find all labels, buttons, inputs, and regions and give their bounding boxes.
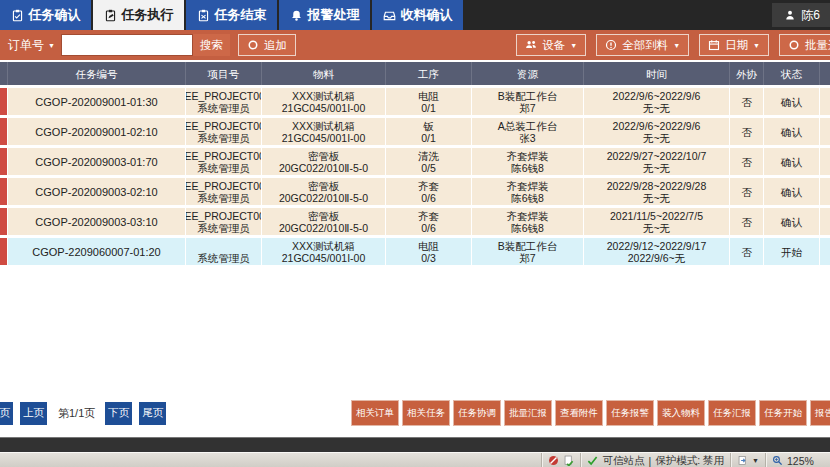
prev-page-button[interactable]: 上页 [20,402,47,425]
cell-text: 郑7 [519,102,535,114]
cell-text: B装配工作台 [498,240,558,252]
cell-text: 清洗 [418,150,439,162]
tab-receive-confirm[interactable]: 收料确认 [372,0,463,30]
search-input[interactable] [61,34,193,56]
cell-project: QEE_PROJECT001系统管理员 [186,178,262,205]
cell-text: 2022/9/28~2022/9/28 [607,180,707,192]
tab-alarm-handle[interactable]: 报警处理 [279,0,370,30]
table-row[interactable]: CGOP-202009001-02:10QEE_PROJECT001系统管理员X… [0,118,830,145]
cell-text: CGOP-2209060007-01:20 [32,246,160,258]
row-marker [0,178,8,205]
footer-dark-strip [0,437,830,453]
action-button-1[interactable]: 相关任务 [402,400,450,426]
table-row[interactable]: CGOP-202009003-03:10QEE_PROJECT001系统管理员密… [0,208,830,235]
browser-status-bar: 可信站点 | 保护模式: 禁用 ▼ 125% [0,452,830,467]
cell-status: 确认 [764,178,820,205]
cell-text: 2022/9/6~2022/9/6 [613,120,701,132]
circle-icon [247,39,259,51]
cell-project: QEE_PROJECT001系统管理员 [186,118,262,145]
action-button-8[interactable]: 任务开始 [759,400,807,426]
tab-task-execute[interactable]: 任务执行 [93,0,184,30]
cell-status: 开始 [764,238,820,265]
page-arrow-icon [737,455,748,466]
cell-text: 确认 [781,186,802,198]
cell-text: 无~无 [643,162,670,174]
action-button-9[interactable]: 报告填写 [810,400,830,426]
material-filter-button[interactable]: 全部到料 ▼ [596,34,689,56]
cell-task-no: CGOP-202009003-01:70 [8,148,186,175]
header-cell: 资源 [472,62,584,85]
table-row[interactable]: CGOP-202009003-02:10QEE_PROJECT001系统管理员密… [0,178,830,205]
cell-text: 无~无 [643,222,670,234]
protected-mode-label: 保护模式: 禁用 [655,454,724,467]
table-row[interactable]: CGOP-2209060007-01:20 系统管理员XXX测试机箱21GC04… [0,238,830,265]
cell-trailing [820,148,830,175]
search-field-selector[interactable]: 订单号 ▼ [0,37,61,54]
action-button-7[interactable]: 任务汇报 [708,400,756,426]
date-filter-button[interactable]: 日期 ▼ [699,34,769,56]
cell-material: 密管板20GC022/010Ⅱ-5-0 [262,148,386,175]
cell-time: 2021/11/5~2022/7/5无~无 [584,208,730,235]
last-page-button[interactable]: 尾页 [139,402,166,425]
action-button-3[interactable]: 批量汇报 [504,400,552,426]
first-page-button[interactable]: 首页 [0,402,13,425]
cell-text: B装配工作台 [498,90,558,102]
cell-text: 2021/11/5~2022/7/5 [610,210,703,222]
cell-resource: B装配工作台郑7 [472,238,584,265]
header-label: 状态 [781,68,802,80]
cell-text: A总装工作台 [498,120,558,132]
cell-trailing [820,88,830,115]
batch-label: 批量选择 [805,38,830,53]
cell-outsource: 否 [730,208,764,235]
cell-process: 电阻0/3 [386,238,472,265]
compat-view-control[interactable]: ▼ [730,453,765,467]
cell-process: 齐套0/6 [386,178,472,205]
cell-text: 21GC045/001I-00 [282,132,365,144]
current-user-button[interactable]: 陈6 [772,3,830,27]
table-row[interactable]: CGOP-202009003-01:70QEE_PROJECT001系统管理员密… [0,148,830,175]
action-button-6[interactable]: 装入物料 [657,400,705,426]
cell-outsource: 否 [730,118,764,145]
action-button-2[interactable]: 任务协调 [453,400,501,426]
zoom-level-control[interactable]: 125% [765,453,830,467]
header-cell: 状态 [764,62,820,85]
cell-text: CGOP-202009001-02:10 [35,126,157,138]
cell-text: 密管板 [308,210,340,222]
cell-text: 张3 [519,132,535,144]
cell-text: CGOP-202009003-02:10 [35,186,157,198]
cell-text: 否 [741,126,752,138]
bell-icon [290,9,303,22]
table-row[interactable]: CGOP-202009001-01:30QEE_PROJECT001系统管理员X… [0,88,830,115]
page-info: 第1/1页 [58,406,95,421]
cell-process: 钣0/1 [386,118,472,145]
cell-text: 无~无 [643,192,670,204]
cell-text: 齐套焊装 [507,210,549,222]
filter-toolbar: 订单号 ▼ 搜索 追加 设备 ▼ 全部到料 ▼ 日期 ▼ 批量选择 [0,30,830,60]
cell-text: 否 [741,96,752,108]
tab-task-confirm[interactable]: 任务确认 [0,0,91,30]
task-table: 任务编号项目号物料工序资源时间外协状态 CGOP-202009001-01:30… [0,62,830,265]
action-button-4[interactable]: 查看附件 [555,400,603,426]
status-separator: | [648,455,651,467]
tab-label: 任务结束 [215,6,267,24]
cell-text: XXX测试机箱 [292,120,355,132]
cell-resource: 齐套焊装陈6钱8 [472,178,584,205]
batch-select-button[interactable]: 批量选择 [779,34,830,56]
material-label: 全部到料 [622,38,668,53]
cell-trailing [820,238,830,265]
search-button[interactable]: 搜索 [193,34,230,56]
cell-text: QEE_PROJECT001 [186,180,262,192]
next-page-button[interactable]: 下页 [105,402,132,425]
device-filter-button[interactable]: 设备 ▼ [516,34,586,56]
header-label: 物料 [313,68,334,80]
cell-text: CGOP-202009001-01:30 [35,96,157,108]
cell-text: 0/6 [421,192,436,204]
cell-text: 2022/9/6~无 [628,252,686,264]
cell-status: 确认 [764,208,820,235]
chevron-down-icon: ▼ [752,457,759,464]
tab-task-end[interactable]: 任务结束 [186,0,277,30]
cell-material: XXX测试机箱21GC045/001I-00 [262,238,386,265]
action-button-5[interactable]: 任务报警 [606,400,654,426]
action-button-0[interactable]: 相关订单 [351,400,399,426]
append-button[interactable]: 追加 [238,34,296,56]
